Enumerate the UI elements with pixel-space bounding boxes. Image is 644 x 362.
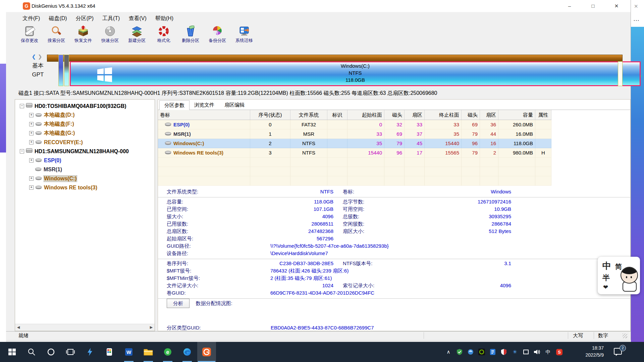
new-partition-button[interactable]: 新建分区 bbox=[123, 25, 150, 44]
column-header[interactable]: 属性 bbox=[535, 110, 551, 120]
save-changes-button[interactable]: 保存更改 bbox=[16, 25, 43, 44]
table-row-msr-1-[interactable]: MSR(1)1MSR33693735794416.0MB bbox=[158, 129, 551, 139]
column-header[interactable]: 起始柱面 bbox=[347, 110, 384, 120]
menu-item-help[interactable]: 帮助(H) bbox=[151, 13, 178, 23]
tree-item--f-[interactable]: +本地磁盘(F:) bbox=[15, 120, 155, 129]
table-row-esp-0-[interactable]: ESP(0)0FAT3203233336936260.0MB bbox=[158, 120, 551, 129]
maximize-button[interactable]: □ bbox=[581, 0, 605, 12]
ime-mode-halfwidth[interactable]: 半 bbox=[602, 273, 610, 283]
chevron-up-icon[interactable]: ∧ bbox=[443, 347, 453, 357]
column-header[interactable]: 磁头 bbox=[384, 110, 405, 120]
detail-row: $MFT簇号:786432 (柱面:426 磁头:239 扇区:6) bbox=[158, 268, 630, 275]
bluetooth-snowflake-icon[interactable]: ✳ bbox=[510, 347, 520, 357]
sogou-icon[interactable]: S bbox=[554, 347, 564, 357]
defender-shield-icon[interactable] bbox=[454, 347, 465, 357]
taskbar-green-e-browser-icon[interactable]: e bbox=[158, 342, 177, 362]
ime-lang-indicator[interactable]: 中 bbox=[543, 347, 553, 357]
overflow-menu-icon[interactable]: ⋯ bbox=[633, 17, 639, 24]
column-header[interactable]: 文件系统 bbox=[290, 110, 327, 120]
tree-item-recovery-e-[interactable]: +RECOVERY(E:) bbox=[15, 138, 155, 147]
tree-item-hd0-toshibamq04abf100-932gb-[interactable]: −HD0:TOSHIBAMQ04ABF100(932GB) bbox=[15, 102, 155, 111]
close-button[interactable]: ✕ bbox=[605, 0, 628, 12]
tree-item--d-[interactable]: +本地磁盘(D:) bbox=[15, 111, 155, 120]
taskbar-file-explorer-icon[interactable] bbox=[139, 342, 158, 362]
expand-icon[interactable]: + bbox=[29, 176, 34, 181]
menu-item-file[interactable]: 文件(F) bbox=[18, 13, 44, 23]
nvidia-icon[interactable] bbox=[477, 347, 487, 357]
taskbar-search-icon[interactable] bbox=[22, 342, 41, 362]
taskbar-lightning-app-icon[interactable] bbox=[80, 342, 99, 362]
tree-item-windows-c-[interactable]: +Windows(C:) bbox=[15, 174, 155, 183]
recover-files-button[interactable]: 恢复文件 bbox=[70, 25, 97, 44]
table-row-windows-re-tools-3-[interactable]: Windows RE tools(3)3NTFS1544096171556579… bbox=[158, 148, 551, 158]
security-shield-icon[interactable] bbox=[499, 347, 509, 357]
expand-icon[interactable]: + bbox=[29, 158, 34, 163]
menu-item-tools[interactable]: 工具(T) bbox=[98, 13, 124, 23]
tree-item-esp-0-[interactable]: +ESP(0) bbox=[15, 156, 155, 165]
partition-box-windows-c[interactable]: Windows(C:) NTFS 118.0GB bbox=[70, 61, 641, 86]
tab-浏览文件[interactable]: 浏览文件 bbox=[190, 100, 219, 110]
expand-icon[interactable]: + bbox=[29, 140, 34, 144]
quick-partition-button[interactable]: 快速分区 bbox=[97, 25, 123, 44]
scroll-right-icon[interactable]: ▶ bbox=[148, 324, 155, 330]
column-header[interactable]: 扇区 bbox=[405, 110, 425, 120]
partition-box-re-tools[interactable] bbox=[618, 61, 623, 86]
taskbar-start-icon[interactable] bbox=[3, 342, 21, 362]
tab-扇区编辑[interactable]: 扇区编辑 bbox=[220, 100, 249, 110]
blue-shield-icon[interactable] bbox=[466, 347, 476, 357]
taskbar-phone-app-icon[interactable] bbox=[100, 342, 119, 362]
tree-item-msr-1-[interactable]: MSR(1) bbox=[15, 165, 155, 174]
collapse-icon[interactable]: − bbox=[20, 104, 24, 108]
column-header[interactable]: 容量 bbox=[498, 110, 535, 120]
volume-icon[interactable] bbox=[532, 347, 542, 357]
expand-icon[interactable]: + bbox=[29, 131, 34, 135]
system-migration-button[interactable]: 系统迁移 bbox=[231, 25, 258, 44]
detail-value: 107.1GB bbox=[227, 206, 333, 212]
tree-item--g-[interactable]: +本地磁盘(G:) bbox=[15, 129, 155, 138]
next-disk-icon[interactable]: ❯ bbox=[38, 54, 44, 59]
taskbar-diskgenius-icon[interactable] bbox=[197, 342, 216, 362]
search-partition-button[interactable]: 搜索分区 bbox=[43, 25, 70, 44]
column-header[interactable]: 磁头 bbox=[462, 110, 480, 120]
taskbar-task-view-icon[interactable] bbox=[61, 342, 80, 362]
taskbar-edge-icon[interactable] bbox=[178, 342, 197, 362]
tree-horizontal-scrollbar[interactable]: ◀ ▶ bbox=[15, 324, 155, 331]
expand-icon[interactable]: + bbox=[29, 122, 34, 126]
column-header[interactable]: 终止柱面 bbox=[425, 110, 462, 120]
scroll-left-icon[interactable]: ◀ bbox=[15, 324, 22, 330]
ime-mode-chinese[interactable]: 中 bbox=[602, 260, 611, 272]
background-close-icon[interactable]: ✕ bbox=[634, 3, 638, 9]
expand-icon[interactable]: + bbox=[29, 113, 34, 117]
taskbar-cortana-icon[interactable] bbox=[42, 342, 60, 362]
window-frame-icon[interactable] bbox=[521, 347, 531, 357]
format-button[interactable]: 格式化 bbox=[150, 25, 177, 44]
action-center-icon[interactable]: 2 bbox=[613, 347, 625, 357]
column-header[interactable]: 扇区 bbox=[480, 110, 498, 120]
menu-item-disk[interactable]: 磁盘(D) bbox=[44, 13, 71, 23]
tree-item-hd1-samsungmznln128hahq-000[interactable]: −HD1:SAMSUNGMZNLN128HAHQ-000 bbox=[15, 147, 155, 156]
minimize-button[interactable]: – bbox=[558, 0, 581, 12]
ime-status-widget[interactable]: 中 简 半 ❤ bbox=[598, 257, 640, 294]
analyze-button[interactable]: 分析 bbox=[167, 299, 190, 308]
tree-item-windows-re-tools-3-[interactable]: +Windows RE tools(3) bbox=[15, 183, 155, 192]
table-row-windows-c-[interactable]: Windows(C:)2NTFS357945154409616118.0GB bbox=[158, 139, 551, 148]
prev-disk-icon[interactable]: ❮ bbox=[32, 54, 38, 59]
taskbar-clock[interactable]: 18:37 2022/5/9 bbox=[570, 345, 604, 359]
column-header[interactable]: 序号(状态) bbox=[250, 110, 290, 120]
taskbar-word-icon[interactable]: W bbox=[119, 342, 138, 362]
blue-doc-icon[interactable] bbox=[488, 347, 498, 357]
partition-box-esp[interactable] bbox=[58, 55, 63, 86]
menu-item-view[interactable]: 查看(V) bbox=[124, 13, 151, 23]
partition-box-msr[interactable] bbox=[64, 55, 69, 86]
tab-分区参数[interactable]: 分区参数 bbox=[159, 100, 190, 110]
column-header[interactable]: 卷标 bbox=[158, 110, 250, 120]
disk-strip[interactable] bbox=[47, 55, 623, 62]
delete-partition-button[interactable]: 删除分区 bbox=[177, 25, 204, 44]
menu-item-partition[interactable]: 分区(P) bbox=[71, 13, 98, 23]
column-header[interactable]: 标识 bbox=[327, 110, 347, 120]
expand-icon[interactable]: + bbox=[29, 185, 34, 190]
collapse-icon[interactable]: − bbox=[20, 149, 24, 154]
panel-splitter[interactable] bbox=[155, 99, 158, 331]
resize-grip[interactable] bbox=[623, 334, 627, 338]
backup-partition-button[interactable]: 备份分区 bbox=[204, 25, 231, 44]
